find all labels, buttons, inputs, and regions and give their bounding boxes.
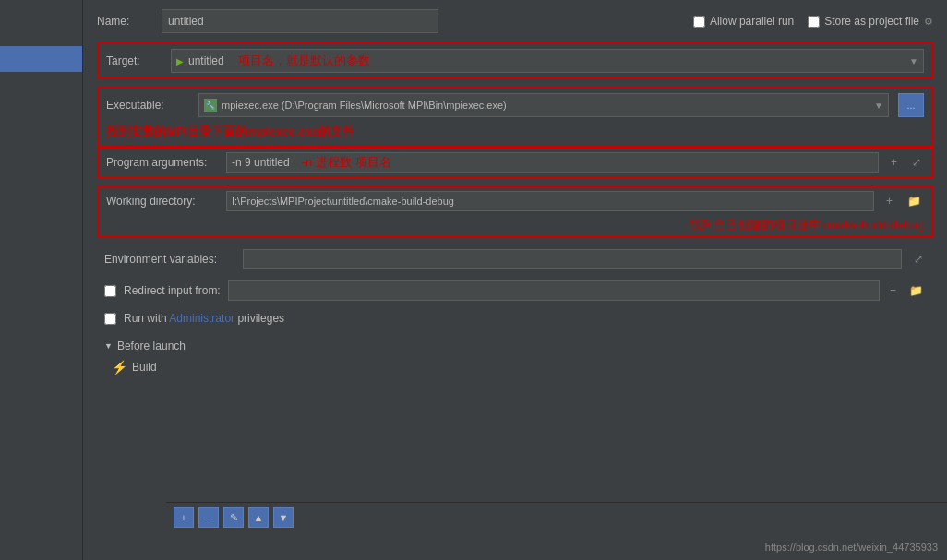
checkbox-group: Allow parallel run Store as project file… [693, 15, 933, 28]
move-down-button[interactable]: ▼ [273, 507, 294, 528]
env-input[interactable] [243, 249, 902, 269]
before-launch-header: ▼ Before launch [104, 340, 926, 352]
args-value: -n 9 untitled [232, 156, 290, 169]
build-icon: ⚡ [112, 360, 127, 375]
before-launch-title: Before launch [117, 340, 186, 352]
target-value: untitled [188, 54, 224, 67]
sidebar-selected-item[interactable] [0, 46, 82, 72]
executable-annotation: 找到安装的MPI目录下面的mpiexec.exe的文件 [99, 122, 931, 145]
name-label: Name: [97, 15, 152, 28]
workdir-folder-button[interactable]: 📁 [905, 195, 924, 208]
executable-value: mpiexec.exe (D:\Program Files\Microsoft … [222, 100, 507, 111]
target-dropdown-arrow[interactable]: ▼ [909, 56, 918, 66]
executable-more-button[interactable]: ... [898, 93, 924, 117]
store-project-label: Store as project file [824, 15, 919, 28]
exe-icon: 🔧 [204, 99, 217, 112]
executable-section: Executable: 🔧 mpiexec.exe (D:\Program Fi… [97, 87, 933, 147]
prog-args-row: Program arguments: -n 9 untitled -n 进程数 … [99, 149, 931, 176]
admin-checkbox[interactable] [104, 313, 116, 325]
env-expand-button[interactable]: ⤢ [911, 253, 926, 266]
allow-parallel-item: Allow parallel run [693, 15, 794, 28]
args-annotation: -n 进程数 项目名 [302, 154, 391, 171]
gear-icon[interactable]: ⚙ [924, 16, 933, 28]
store-project-checkbox[interactable] [808, 16, 820, 28]
program-args-section: Program arguments: -n 9 untitled -n 进程数 … [97, 147, 933, 178]
working-dir-input[interactable]: I:\Projects\MPIProject\untitled\cmake-bu… [226, 191, 874, 211]
working-dir-label: Working directory: [106, 195, 217, 208]
allow-parallel-checkbox[interactable] [693, 16, 705, 28]
name-row: Name: Allow parallel run Store as projec… [97, 9, 933, 33]
redirect-checkbox[interactable] [104, 285, 116, 297]
build-label: Build [132, 361, 157, 374]
add-button[interactable]: + [174, 507, 194, 528]
executable-input-container[interactable]: 🔧 mpiexec.exe (D:\Program Files\Microsof… [198, 93, 889, 117]
bottom-toolbar: + − ✎ ▲ ▼ [166, 502, 947, 532]
target-section: Target: ▶ untitled 项目名，就是默认的参数 ▼ [97, 42, 933, 79]
target-annotation: 项目名，就是默认的参数 [238, 53, 370, 69]
move-up-button[interactable]: ▲ [248, 507, 269, 528]
admin-row: Run with Administrator privileges [97, 308, 933, 328]
args-expand-button[interactable]: ⤢ [909, 156, 924, 169]
allow-parallel-label: Allow parallel run [710, 15, 794, 28]
redirect-row: Redirect input from: + 📁 [97, 277, 933, 304]
before-launch-section: ▼ Before launch ⚡ Build [97, 336, 933, 381]
executable-label: Executable: [106, 99, 189, 112]
admin-label: Run with Administrator privileges [124, 312, 284, 325]
edit-button[interactable]: ✎ [223, 507, 244, 528]
store-project-item: Store as project file ⚙ [808, 15, 933, 28]
name-input[interactable] [162, 9, 438, 33]
env-label: Environment variables: [104, 253, 234, 266]
exe-dropdown-arrow[interactable]: ▼ [874, 101, 883, 111]
content-area: Name: Allow parallel run Store as projec… [83, 0, 947, 560]
redirect-input[interactable] [228, 280, 880, 301]
args-add-button[interactable]: + [888, 156, 900, 169]
redirect-add-button[interactable]: + [887, 284, 899, 297]
executable-row: Executable: 🔧 mpiexec.exe (D:\Program Fi… [99, 89, 931, 122]
play-icon: ▶ [176, 56, 184, 66]
remove-button[interactable]: − [198, 507, 219, 528]
working-dir-value: I:\Projects\MPIProject\untitled\cmake-bu… [232, 196, 454, 207]
working-dir-row: Working directory: I:\Projects\MPIProjec… [99, 187, 931, 215]
working-dir-annotation: 找到自己创建的项目选中cmake-build-debug [99, 215, 931, 236]
args-input[interactable]: -n 9 untitled -n 进程数 项目名 [226, 152, 879, 173]
redirect-label: Redirect input from: [124, 284, 221, 297]
prog-args-label: Program arguments: [106, 156, 217, 169]
url-text: https://blog.csdn.net/weixin_44735933 [765, 542, 938, 553]
left-sidebar [0, 0, 83, 560]
redirect-folder-button[interactable]: 📁 [906, 284, 926, 297]
target-label: Target: [106, 54, 162, 67]
working-dir-section: Working directory: I:\Projects\MPIProjec… [97, 185, 933, 238]
env-row: Environment variables: ⤢ [97, 245, 933, 273]
target-input-container[interactable]: ▶ untitled 项目名，就是默认的参数 ▼ [171, 49, 924, 73]
workdir-add-button[interactable]: + [883, 195, 895, 208]
collapse-icon[interactable]: ▼ [104, 341, 113, 351]
build-item: ⚡ Build [104, 357, 926, 377]
